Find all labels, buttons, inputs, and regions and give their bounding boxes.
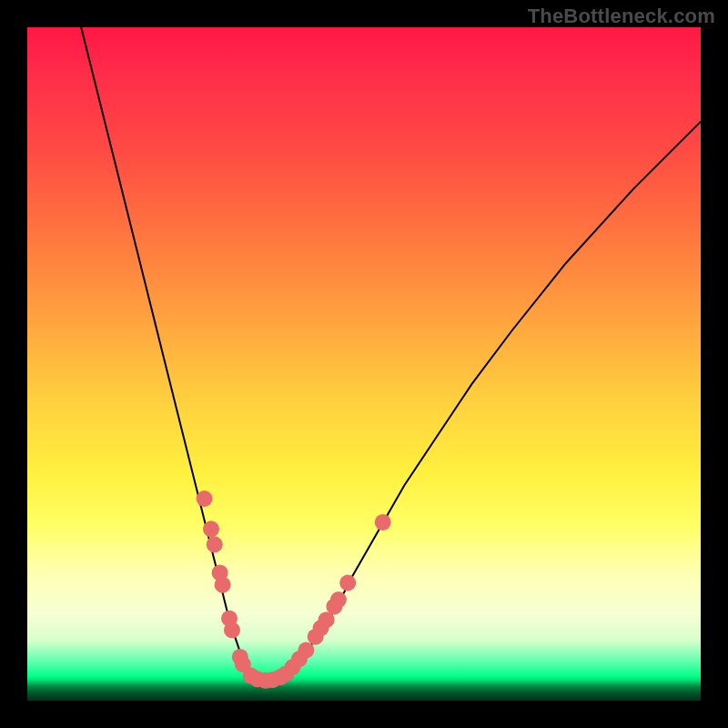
data-marker bbox=[203, 521, 219, 537]
bottleneck-curve bbox=[81, 27, 701, 681]
data-marker bbox=[375, 514, 391, 531]
data-marker bbox=[339, 575, 356, 592]
data-marker bbox=[207, 536, 223, 552]
data-marker bbox=[215, 577, 231, 593]
data-marker bbox=[197, 490, 213, 507]
data-markers bbox=[197, 490, 391, 689]
chart-overlay bbox=[27, 27, 701, 701]
chart-frame: TheBottleneck.com bbox=[0, 0, 728, 728]
data-marker bbox=[330, 592, 347, 608]
watermark-text: TheBottleneck.com bbox=[528, 5, 715, 28]
data-marker bbox=[298, 642, 314, 659]
data-marker bbox=[224, 622, 240, 638]
